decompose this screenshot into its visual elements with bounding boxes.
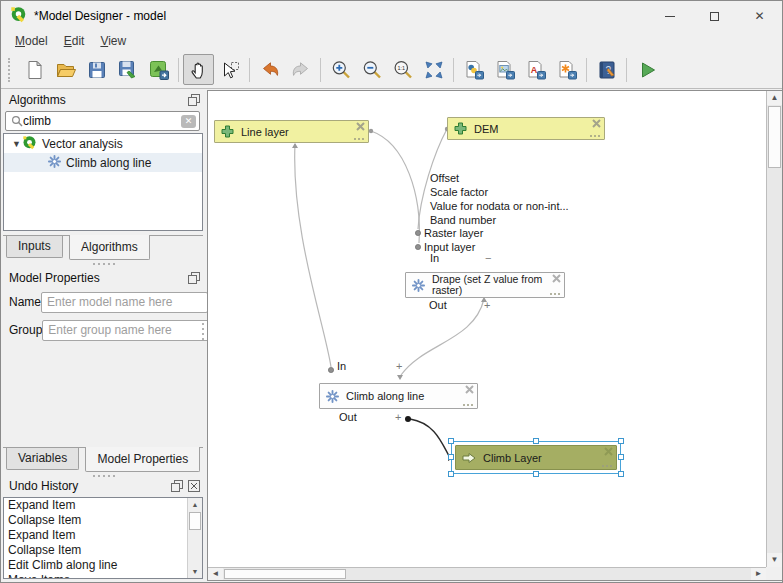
node-options-icon[interactable] [354,138,365,141]
node-options-icon[interactable] [590,135,601,138]
zoom-actual-button[interactable]: 1:1 [387,54,418,85]
node-climb-along-line[interactable]: Climb along line [319,383,478,409]
node-options-icon[interactable] [602,465,613,468]
node-options-icon[interactable] [550,293,561,296]
export-as-svg-button[interactable] [551,54,582,85]
selection-handle[interactable] [448,454,454,460]
remove-node-icon[interactable] [465,384,474,396]
close-button[interactable]: ✕ [737,1,782,31]
float-panel-icon[interactable] [188,94,200,106]
model-name-input[interactable] [41,292,208,313]
canvas-horizontal-scrollbar[interactable]: ◄ ► [208,567,766,580]
selection-handle[interactable] [618,454,624,460]
scroll-up-icon[interactable]: ▲ [188,498,202,511]
selection-handle[interactable] [618,438,624,444]
float-panel-icon[interactable] [188,272,200,284]
menu-model[interactable]: Model [7,32,56,50]
minimize-icon [665,16,675,17]
search-icon [11,115,23,127]
selection-handle[interactable] [618,471,624,477]
float-panel-icon[interactable] [171,480,183,492]
zoom-in-button[interactable] [325,54,356,85]
menu-edit[interactable]: Edit [56,32,93,50]
save-model-button[interactable] [81,54,112,85]
zoom-out-button[interactable] [356,54,387,85]
redo-icon [290,59,312,81]
algorithms-tabbar: Inputs Algorithms [3,235,203,261]
search-input[interactable] [23,114,181,128]
undo-item[interactable]: Move Items [4,573,202,579]
remove-node-icon[interactable] [604,446,613,458]
expand-outputs-toggle[interactable]: + [484,299,490,311]
scroll-down-icon[interactable]: ▼ [188,565,202,578]
svg-text:A: A [530,64,537,74]
pan-tool-button[interactable] [183,54,214,85]
zoom-full-button[interactable] [418,54,449,85]
tab-inputs[interactable]: Inputs [6,236,63,258]
collapse-params-toggle[interactable]: − [485,252,491,264]
selection-handle[interactable] [448,438,454,444]
param-label: Value for nodata or non-int... [430,200,569,212]
maximize-button[interactable] [692,1,737,31]
export-as-python-button[interactable] [458,54,489,85]
expander-icon[interactable]: ▼ [12,139,22,149]
scroll-right-icon[interactable]: ► [751,568,766,580]
tree-group-vector-analysis[interactable]: ▼ Vector analysis [4,134,202,153]
selection-handle[interactable] [448,471,454,477]
selection-handle[interactable] [533,471,539,477]
toolbar-grip[interactable] [8,58,14,82]
export-as-image-button[interactable] [489,54,520,85]
tab-algorithms[interactable]: Algorithms [69,235,150,260]
tab-model-properties[interactable]: Model Properties [85,447,200,472]
scroll-up-icon[interactable]: ▲ [767,91,782,105]
help-button[interactable]: ? [591,54,622,85]
scroll-left-icon[interactable]: ◄ [208,568,223,580]
undo-history-title: Undo History [9,479,166,493]
node-options-icon[interactable] [463,404,474,407]
dock-splitter-handle[interactable] [201,321,205,341]
expand-params-toggle[interactable]: + [396,360,402,372]
undo-list-scrollbar[interactable]: ▲ ▼ [187,498,202,578]
remove-node-icon[interactable] [356,121,365,133]
undo-item[interactable]: Collapse Item [4,513,202,528]
new-model-button[interactable] [19,54,50,85]
undo-item[interactable]: Edit Climb along line [4,558,202,573]
undo-item[interactable]: Expand Item [4,528,202,543]
run-model-button[interactable] [631,54,662,85]
model-group-input[interactable] [42,320,209,341]
dock-splitter-handle[interactable] [1,261,206,267]
algorithm-tree: ▼ Vector analysis Climb along line [3,133,203,231]
remove-node-icon[interactable] [592,118,601,130]
node-line-layer[interactable]: Line layer [214,120,369,143]
redo-button[interactable] [285,54,316,85]
tree-item-climb-along-line[interactable]: Climb along line [4,153,202,172]
undo-item[interactable]: Expand Item [4,498,202,513]
scrollbar-thumb[interactable] [224,569,346,579]
expand-outputs-toggle[interactable]: + [395,411,401,423]
node-climb-layer[interactable]: Climb Layer [455,445,617,470]
canvas-vertical-scrollbar[interactable]: ▲ ▼ [766,91,782,567]
node-label: Drape (set Z value from raster) [432,274,564,296]
selection-handle[interactable] [533,438,539,444]
open-model-button[interactable] [50,54,81,85]
scroll-down-icon[interactable]: ▼ [767,553,782,567]
minimize-button[interactable] [647,1,692,31]
tab-variables[interactable]: Variables [6,448,79,470]
model-canvas[interactable]: Line layer DEM Offset Scale factor Value… [208,91,766,567]
export-model-image-button[interactable] [143,54,174,85]
select-tool-button[interactable] [214,54,245,85]
save-model-as-button[interactable] [112,54,143,85]
titlebar[interactable]: *Model Designer - model ✕ [1,1,782,31]
undo-item[interactable]: Collapse Item [4,543,202,558]
undo-button[interactable] [254,54,285,85]
scrollbar-thumb[interactable] [189,512,201,530]
remove-node-icon[interactable] [552,273,561,285]
clear-search-icon[interactable]: ✕ [181,115,196,128]
close-panel-icon[interactable] [188,480,200,492]
export-as-pdf-button[interactable]: A [520,54,551,85]
node-drape[interactable]: Drape (set Z value from raster) [405,272,565,298]
export-python-icon [463,59,485,81]
scrollbar-thumb[interactable] [768,106,781,168]
node-dem[interactable]: DEM [447,117,605,140]
menu-view[interactable]: View [92,32,134,50]
